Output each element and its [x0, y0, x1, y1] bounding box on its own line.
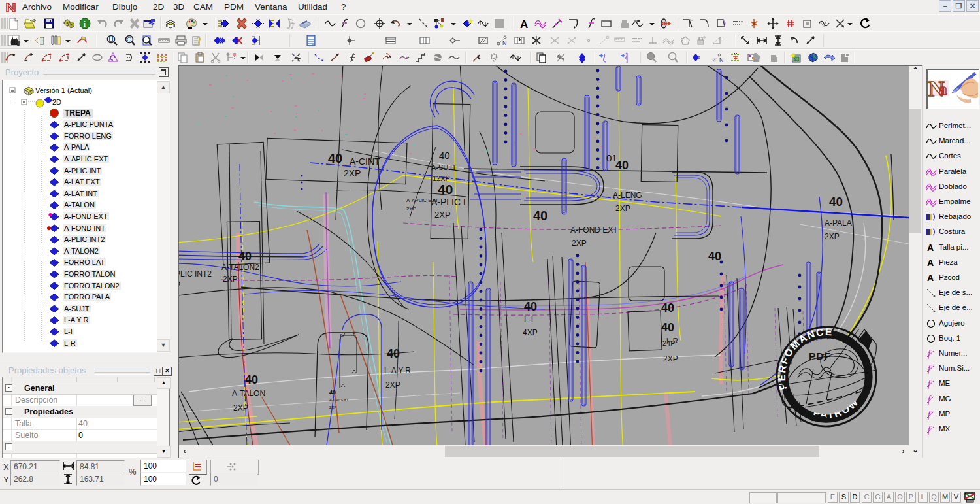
svg-text:A-SUJT: A-SUJT	[431, 163, 457, 171]
svg-text:40: 40	[661, 321, 674, 334]
svg-text:40: 40	[524, 300, 537, 313]
svg-text:N: N	[794, 58, 796, 61]
svg-text:A: A	[927, 258, 934, 268]
svg-text:A-LENG: A-LENG	[613, 191, 642, 200]
svg-text:f: f	[928, 364, 932, 374]
svg-text:40: 40	[387, 347, 400, 360]
svg-text:i: i	[84, 19, 86, 29]
svg-text:P: P	[179, 280, 180, 290]
svg-text:f: f	[928, 395, 932, 405]
svg-text:2XP: 2XP	[434, 210, 451, 220]
svg-text:2XP: 2XP	[615, 204, 630, 213]
svg-text:A-LAT EXT: A-LAT EXT	[329, 398, 349, 402]
svg-text:40: 40	[661, 301, 674, 314]
svg-text:A-PALA: A-PALA	[825, 218, 852, 227]
svg-text:40: 40	[245, 373, 258, 386]
svg-text:2XP: 2XP	[344, 168, 361, 178]
svg-text:40: 40	[438, 182, 453, 197]
svg-text:2XP: 2XP	[233, 403, 248, 412]
svg-text:L-R: L-R	[666, 337, 678, 344]
svg-text:a: a	[939, 80, 947, 98]
svg-text:2XP: 2XP	[223, 275, 238, 284]
svg-text:A-TALON: A-TALON	[232, 389, 265, 398]
svg-text:f: f	[928, 379, 932, 389]
svg-text:A: A	[927, 273, 934, 283]
svg-text:40: 40	[708, 250, 721, 263]
svg-text:A-FOND EXT: A-FOND EXT	[570, 226, 618, 235]
svg-text:A: A	[520, 18, 528, 31]
svg-text:40: 40	[615, 159, 629, 172]
svg-text:A-TALON2: A-TALON2	[221, 263, 259, 272]
svg-text:2XP: 2XP	[825, 232, 840, 241]
svg-text:PLIC INT2: PLIC INT2	[179, 269, 212, 278]
svg-text:2XP: 2XP	[572, 239, 587, 248]
svg-text:40: 40	[328, 151, 342, 165]
svg-text:L-A Y R: L-A Y R	[384, 366, 411, 375]
svg-text:2XP: 2XP	[385, 380, 400, 390]
svg-text:40: 40	[439, 150, 450, 161]
svg-text:A-CINT: A-CINT	[350, 156, 380, 167]
svg-text:40: 40	[533, 209, 547, 223]
svg-text:A: A	[927, 243, 934, 253]
svg-text:4XP: 4XP	[523, 328, 538, 337]
svg-text:N: N	[502, 40, 507, 46]
svg-text:N: N	[719, 57, 724, 63]
svg-text:2XP: 2XP	[329, 405, 336, 409]
svg-text:40: 40	[238, 250, 252, 263]
svg-text:40: 40	[329, 389, 336, 395]
svg-text:f: f	[928, 349, 932, 359]
svg-text:f: f	[928, 425, 932, 435]
svg-text:?: ?	[197, 36, 201, 46]
svg-text:2XP: 2XP	[406, 206, 416, 212]
svg-text:f: f	[928, 410, 932, 420]
svg-text:40: 40	[829, 195, 843, 209]
svg-text:L-I: L-I	[524, 315, 533, 324]
svg-text:A-APLIC EXT: A-APLIC EXT	[406, 197, 438, 203]
svg-text:2XP: 2XP	[663, 354, 678, 363]
